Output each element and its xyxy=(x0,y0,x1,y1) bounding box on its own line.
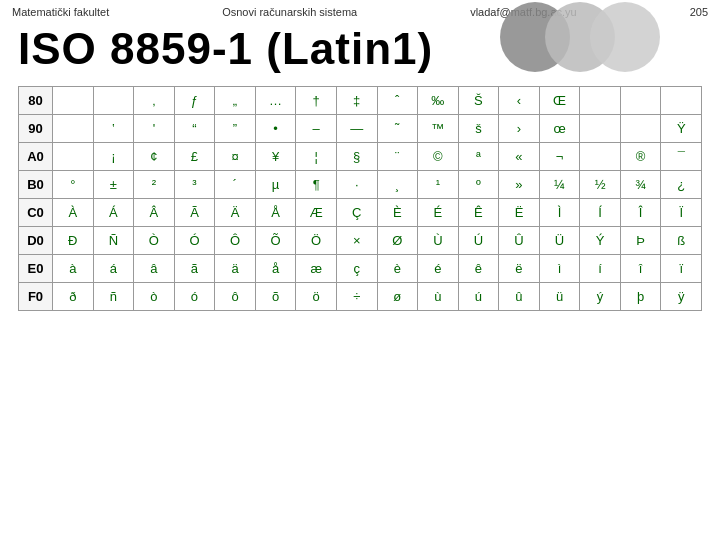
char-cell: ü xyxy=(539,283,580,311)
char-cell: û xyxy=(499,283,540,311)
institution-name: Matematički fakultet xyxy=(12,6,109,18)
char-cell xyxy=(53,115,94,143)
char-cell: ª xyxy=(458,143,499,171)
char-cell: ñ xyxy=(93,283,134,311)
char-cell: ¯ xyxy=(661,143,702,171)
char-cell: ˜ xyxy=(377,115,418,143)
char-cell: Õ xyxy=(255,227,296,255)
row-header: F0 xyxy=(19,283,53,311)
char-cell: ² xyxy=(134,171,175,199)
char-cell: ú xyxy=(458,283,499,311)
char-cell: ¾ xyxy=(620,171,661,199)
char-cell: à xyxy=(53,255,94,283)
char-cell xyxy=(93,87,134,115)
char-cell: á xyxy=(93,255,134,283)
char-cell: Û xyxy=(499,227,540,255)
row-header: D0 xyxy=(19,227,53,255)
char-cell: é xyxy=(418,255,459,283)
char-cell: — xyxy=(336,115,377,143)
char-cell: ð xyxy=(53,283,94,311)
char-cell: ¸ xyxy=(377,171,418,199)
char-table-wrapper: 80‚ƒ„…†‡ˆ‰Š‹Œ90‛'“”•–—˜™š›œŸA0 ¡¢£¤¥¦§¨©… xyxy=(0,82,720,311)
char-cell: Ä xyxy=(215,199,256,227)
char-cell: ® xyxy=(620,143,661,171)
char-cell: Î xyxy=(620,199,661,227)
char-cell: Þ xyxy=(620,227,661,255)
table-row: A0 ¡¢£¤¥¦§¨©ª«¬­®¯ xyxy=(19,143,702,171)
char-cell: ¢ xyxy=(134,143,175,171)
char-cell: Ç xyxy=(336,199,377,227)
char-cell: ¶ xyxy=(296,171,337,199)
char-cell: Š xyxy=(458,87,499,115)
char-cell xyxy=(53,87,94,115)
char-cell: Í xyxy=(580,199,621,227)
char-cell: ÿ xyxy=(661,283,702,311)
char-cell: – xyxy=(296,115,337,143)
char-cell: › xyxy=(499,115,540,143)
char-cell: ç xyxy=(336,255,377,283)
char-cell: ì xyxy=(539,255,580,283)
table-row: F0ðñòóôõö÷øùúûüýþÿ xyxy=(19,283,702,311)
char-cell: ¿ xyxy=(661,171,702,199)
char-cell: ƒ xyxy=(174,87,215,115)
row-header: 90 xyxy=(19,115,53,143)
char-cell: ó xyxy=(174,283,215,311)
char-cell: Å xyxy=(255,199,296,227)
char-cell: … xyxy=(255,87,296,115)
char-cell: ´ xyxy=(215,171,256,199)
char-cell: Ó xyxy=(174,227,215,255)
char-cell: À xyxy=(53,199,94,227)
char-cell: Ö xyxy=(296,227,337,255)
char-cell: ' xyxy=(134,115,175,143)
char-cell xyxy=(620,115,661,143)
char-cell: ½ xyxy=(580,171,621,199)
char-cell: õ xyxy=(255,283,296,311)
char-cell: ÷ xyxy=(336,283,377,311)
table-row: C0ÀÁÂÃÄÅÆÇÈÉÊËÌÍÎÏ xyxy=(19,199,702,227)
table-row: 90‛'“”•–—˜™š›œŸ xyxy=(19,115,702,143)
char-cell: ¦ xyxy=(296,143,337,171)
char-cell: æ xyxy=(296,255,337,283)
char-cell: Ë xyxy=(499,199,540,227)
char-cell: å xyxy=(255,255,296,283)
char-cell: Ï xyxy=(661,199,702,227)
char-cell: þ xyxy=(620,283,661,311)
row-header: B0 xyxy=(19,171,53,199)
char-cell: « xyxy=(499,143,540,171)
table-row: E0àáâãäåæçèéêëìíîï xyxy=(19,255,702,283)
char-cell: • xyxy=(255,115,296,143)
decorative-circles xyxy=(500,0,660,80)
char-cell: µ xyxy=(255,171,296,199)
char-cell: Â xyxy=(134,199,175,227)
char-cell: ˆ xyxy=(377,87,418,115)
char-cell: ™ xyxy=(418,115,459,143)
char-cell: © xyxy=(418,143,459,171)
char-cell: ø xyxy=(377,283,418,311)
char-cell: ³ xyxy=(174,171,215,199)
char-cell: Ý xyxy=(580,227,621,255)
char-cell: É xyxy=(418,199,459,227)
char-cell: Ô xyxy=(215,227,256,255)
char-cell xyxy=(53,143,94,171)
char-cell: Ð xyxy=(53,227,94,255)
char-table: 80‚ƒ„…†‡ˆ‰Š‹Œ90‛'“”•–—˜™š›œŸA0 ¡¢£¤¥¦§¨©… xyxy=(18,86,702,311)
char-cell: Ò xyxy=(134,227,175,255)
char-cell: ß xyxy=(661,227,702,255)
char-cell: ­ xyxy=(580,143,621,171)
char-cell: † xyxy=(296,87,337,115)
row-header: E0 xyxy=(19,255,53,283)
char-cell: ò xyxy=(134,283,175,311)
char-cell: ã xyxy=(174,255,215,283)
char-cell: ± xyxy=(93,171,134,199)
char-cell: ï xyxy=(661,255,702,283)
row-header: 80 xyxy=(19,87,53,115)
char-cell: ° xyxy=(53,171,94,199)
char-cell: Ÿ xyxy=(661,115,702,143)
char-cell: Ñ xyxy=(93,227,134,255)
char-cell: Œ xyxy=(539,87,580,115)
table-row: B0°±²³´µ¶·¸¹º»¼½¾¿ xyxy=(19,171,702,199)
char-cell: ¡ xyxy=(93,143,134,171)
char-cell: Ì xyxy=(539,199,580,227)
char-cell: ‰ xyxy=(418,87,459,115)
char-cell: § xyxy=(336,143,377,171)
